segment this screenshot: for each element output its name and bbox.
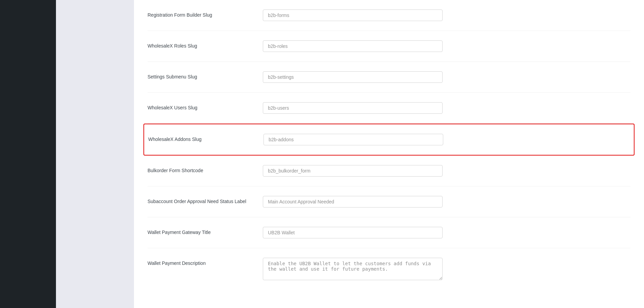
settings-row-bulkorder-form-shortcode: Bulkorder Form Shortcode xyxy=(148,156,630,186)
label-subaccount-order-approval-label: Subaccount Order Approval Need Status La… xyxy=(148,196,263,204)
sidebar-dark xyxy=(0,0,56,308)
sidebar-light xyxy=(56,0,134,308)
label-bulkorder-form-shortcode: Bulkorder Form Shortcode xyxy=(148,165,263,173)
label-settings-submenu-slug: Settings Submenu Slug xyxy=(148,71,263,79)
settings-row-wallet-payment-description: Wallet Payment DescriptionEnable the UB2… xyxy=(148,248,630,291)
settings-row-registration-form-builder-slug: Registration Form Builder Slug xyxy=(148,0,630,31)
settings-row-wholesalex-addons-slug: WholesaleX Addons Slug xyxy=(148,130,630,149)
input-subaccount-order-approval-label[interactable] xyxy=(263,196,443,207)
label-wallet-payment-gateway-title: Wallet Payment Gateway Title xyxy=(148,227,263,235)
settings-row-wholesalex-roles-slug: WholesaleX Roles Slug xyxy=(148,31,630,62)
label-wallet-payment-description: Wallet Payment Description xyxy=(148,258,263,266)
input-registration-form-builder-slug[interactable] xyxy=(263,10,443,21)
input-wallet-payment-gateway-title[interactable] xyxy=(263,227,443,238)
input-bulkorder-form-shortcode[interactable] xyxy=(263,165,443,177)
input-wholesalex-users-slug[interactable] xyxy=(263,102,443,114)
main-content: Registration Form Builder SlugWholesaleX… xyxy=(134,0,644,308)
input-wholesalex-roles-slug[interactable] xyxy=(263,40,443,52)
label-registration-form-builder-slug: Registration Form Builder Slug xyxy=(148,10,263,18)
label-wholesalex-users-slug: WholesaleX Users Slug xyxy=(148,102,263,110)
settings-row-wallet-payment-gateway-title: Wallet Payment Gateway Title xyxy=(148,217,630,248)
settings-row-settings-submenu-slug: Settings Submenu Slug xyxy=(148,62,630,93)
input-wallet-payment-description[interactable]: Enable the UB2B Wallet to let the custom… xyxy=(263,258,443,280)
input-settings-submenu-slug[interactable] xyxy=(263,71,443,83)
input-wholesalex-addons-slug[interactable] xyxy=(264,134,443,145)
highlighted-field-wrapper: WholesaleX Addons Slug xyxy=(143,124,635,156)
label-wholesalex-addons-slug: WholesaleX Addons Slug xyxy=(148,134,264,142)
settings-row-subaccount-order-approval-label: Subaccount Order Approval Need Status La… xyxy=(148,186,630,217)
label-wholesalex-roles-slug: WholesaleX Roles Slug xyxy=(148,40,263,49)
settings-row-wholesalex-users-slug: WholesaleX Users Slug xyxy=(148,93,630,124)
